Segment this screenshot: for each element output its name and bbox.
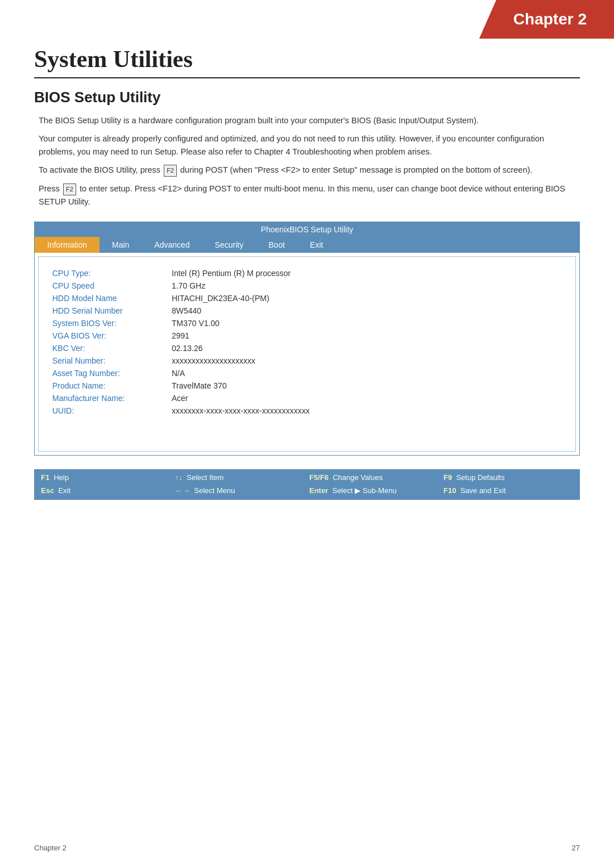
table-row: HDD Model NameHITACHI_DK23EA-40-(PM) [52,292,562,304]
status-f5f6: F5/F6 Change Values [307,471,441,483]
info-label: Product Name: [52,379,172,392]
info-value: xxxxxxxxxxxxxxxxxxxxx [172,354,562,367]
page-title: System Utilities [34,45,580,78]
info-label: KBC Ver: [52,342,172,354]
info-label: UUID: [52,404,172,417]
info-label: System BIOS Ver: [52,317,172,329]
info-label: VGA BIOS Ver: [52,329,172,342]
f2-key-icon: F2 [164,165,177,177]
info-value: Acer [172,392,562,404]
bios-panel: PhoenixBIOS Setup Utility Information Ma… [34,222,580,456]
status-bar: F1 Help ↑↓ Select Item F5/F6 Change Valu… [34,469,580,500]
table-row: System BIOS Ver:TM370 V1.00 [52,317,562,329]
desc-para-3: To activate the BIOS Utility, press F2 d… [39,164,580,177]
info-value: HITACHI_DK23EA-40-(PM) [172,292,562,304]
menu-item-boot[interactable]: Boot [256,237,297,253]
table-row: CPU Speed1.70 GHz [52,279,562,292]
bios-menu-bar: Information Main Advanced Security Boot … [35,237,579,253]
table-row: Asset Tag Number:N/A [52,367,562,379]
info-table: CPU Type:Intel (R) Pentium (R) M process… [52,267,562,417]
table-row: VGA BIOS Ver:2991 [52,329,562,342]
status-f1: F1 Help [39,471,173,483]
status-enter: Enter Select ▶ Sub-Menu [307,485,441,496]
bios-content-area: CPU Type:Intel (R) Pentium (R) M process… [38,256,576,452]
table-row: Serial Number:xxxxxxxxxxxxxxxxxxxxx [52,354,562,367]
menu-item-security[interactable]: Security [202,237,256,253]
table-row: Manufacturer Name:Acer [52,392,562,404]
info-label: HDD Serial Number [52,304,172,317]
status-esc: Esc Exit [39,485,173,496]
info-value: 8W5440 [172,304,562,317]
menu-item-advanced[interactable]: Advanced [142,237,202,253]
info-value: TM370 V1.00 [172,317,562,329]
menu-item-exit[interactable]: Exit [297,237,335,253]
table-row: HDD Serial Number8W5440 [52,304,562,317]
table-row: CPU Type:Intel (R) Pentium (R) M process… [52,267,562,279]
info-label: HDD Model Name [52,292,172,304]
menu-item-main[interactable]: Main [99,237,142,253]
info-value: Intel (R) Pentium (R) M processor [172,267,562,279]
info-value: TravelMate 370 [172,379,562,392]
status-arrows: ↑↓ Select Item [173,471,307,483]
info-value: 2991 [172,329,562,342]
info-value: N/A [172,367,562,379]
info-label: Serial Number: [52,354,172,367]
desc-para-1: The BIOS Setup Utility is a hardware con… [39,114,580,127]
info-value: 1.70 GHz [172,279,562,292]
table-row: Product Name:TravelMate 370 [52,379,562,392]
info-value: 02.13.26 [172,342,562,354]
info-label: Asset Tag Number: [52,367,172,379]
desc-para-2: Your computer is already properly config… [39,132,580,158]
info-label: Manufacturer Name: [52,392,172,404]
bios-title-bar: PhoenixBIOS Setup Utility [35,222,579,237]
info-value: xxxxxxxx-xxxx-xxxx-xxxx-xxxxxxxxxxxx [172,404,562,417]
footer-chapter: Chapter 2 [34,844,67,852]
info-label: CPU Speed [52,279,172,292]
f2-key-icon2: F2 [63,183,76,195]
status-f9: F9 Setup Defaults [441,471,575,483]
table-row: KBC Ver:02.13.26 [52,342,562,354]
table-row: UUID:xxxxxxxx-xxxx-xxxx-xxxx-xxxxxxxxxxx… [52,404,562,417]
description-block: The BIOS Setup Utility is a hardware con… [34,114,580,208]
page-footer: Chapter 2 27 [34,844,580,852]
footer-page-number: 27 [572,844,580,852]
section-title: BIOS Setup Utility [34,89,580,106]
status-lr-arrows: ←→ Select Menu [173,485,307,496]
info-label: CPU Type: [52,267,172,279]
desc-para-4: Press F2 to enter setup. Press <F12> dur… [39,182,580,208]
menu-item-information[interactable]: Information [35,237,99,253]
chapter-banner: Chapter 2 [479,0,614,39]
status-f10: F10 Save and Exit [441,485,575,496]
